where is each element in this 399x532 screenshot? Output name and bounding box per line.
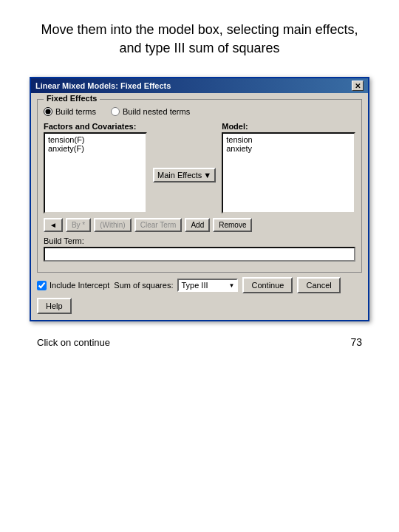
dialog-body: Fixed Effects Build terms Build nested t…	[31, 93, 368, 320]
build-term-input[interactable]	[44, 247, 355, 262]
list-item[interactable]: anxiety	[225, 144, 352, 153]
action-row: ◄ By * (Within) Clear Term Add Remove	[44, 218, 355, 232]
fixed-effects-group: Fixed Effects Build terms Build nested t…	[37, 99, 362, 273]
within-button[interactable]: (Within)	[94, 218, 131, 232]
footer-row: Click on continue 73	[0, 321, 399, 355]
cancel-button[interactable]: Cancel	[297, 277, 340, 293]
include-intercept-checkbox[interactable]	[37, 281, 47, 290]
help-button[interactable]: Help	[37, 298, 72, 314]
sos-arrow-icon: ▼	[229, 282, 235, 289]
close-icon[interactable]: ✕	[352, 81, 364, 91]
factors-listbox[interactable]: tension(F) anxiety(F)	[44, 132, 147, 214]
factors-col: Factors and Covariates: tension(F) anxie…	[44, 122, 147, 214]
sum-of-squares-label: Sum of squares:	[114, 281, 173, 290]
build-term-group: Build Term:	[44, 236, 355, 262]
list-item[interactable]: tension(F)	[47, 135, 144, 144]
model-col: Model: tension anxiety	[222, 122, 355, 214]
list-item[interactable]: anxiety(F)	[47, 144, 144, 153]
radio-nested-input[interactable]	[111, 107, 120, 116]
two-col-area: Factors and Covariates: tension(F) anxie…	[44, 122, 355, 214]
sos-value: Type III	[181, 281, 208, 290]
add-button[interactable]: Add	[185, 218, 210, 232]
middle-controls: Main Effects ▼	[153, 122, 216, 214]
dialog-wrapper: Linear Mixed Models: Fixed Effects ✕ Fix…	[0, 77, 399, 321]
include-intercept-label[interactable]: Include Intercept	[37, 281, 109, 290]
by-button[interactable]: By *	[66, 218, 91, 232]
build-term-label: Build Term:	[44, 236, 355, 245]
radio-row: Build terms Build nested terms	[44, 107, 355, 116]
remove-button[interactable]: Remove	[213, 218, 252, 232]
clear-term-button[interactable]: Clear Term	[134, 218, 183, 232]
factors-label: Factors and Covariates:	[44, 122, 147, 131]
dialog-titlebar: Linear Mixed Models: Fixed Effects ✕	[31, 78, 368, 93]
sos-dropdown[interactable]: Type III ▼	[177, 279, 238, 292]
include-intercept-text: Include Intercept	[50, 281, 109, 290]
arrow-left-button[interactable]: ◄	[44, 218, 63, 232]
dialog: Linear Mixed Models: Fixed Effects ✕ Fix…	[30, 77, 369, 321]
radio-build-text: Build terms	[55, 107, 96, 116]
radio-build-input[interactable]	[44, 107, 52, 116]
model-label: Model:	[222, 122, 355, 131]
fixed-effects-legend: Fixed Effects	[44, 94, 100, 103]
continue-button[interactable]: Continue	[242, 277, 293, 293]
model-listbox[interactable]: tension anxiety	[222, 132, 355, 214]
main-effects-label: Main Effects	[157, 171, 202, 180]
list-item[interactable]: tension	[225, 135, 352, 144]
dialog-title: Linear Mixed Models: Fixed Effects	[35, 81, 171, 90]
bottom-row: Include Intercept Sum of squares: Type I…	[37, 277, 362, 314]
slide-title: Move them into the model box, selecting …	[0, 0, 399, 69]
click-continue-text: Click on continue	[37, 337, 110, 348]
main-effects-dropdown[interactable]: Main Effects ▼	[153, 168, 216, 183]
page-number: 73	[350, 336, 362, 348]
dropdown-arrow-icon: ▼	[203, 171, 211, 180]
radio-nested-text: Build nested terms	[123, 107, 190, 116]
radio-nested-label[interactable]: Build nested terms	[111, 107, 190, 116]
radio-build-label[interactable]: Build terms	[44, 107, 96, 116]
